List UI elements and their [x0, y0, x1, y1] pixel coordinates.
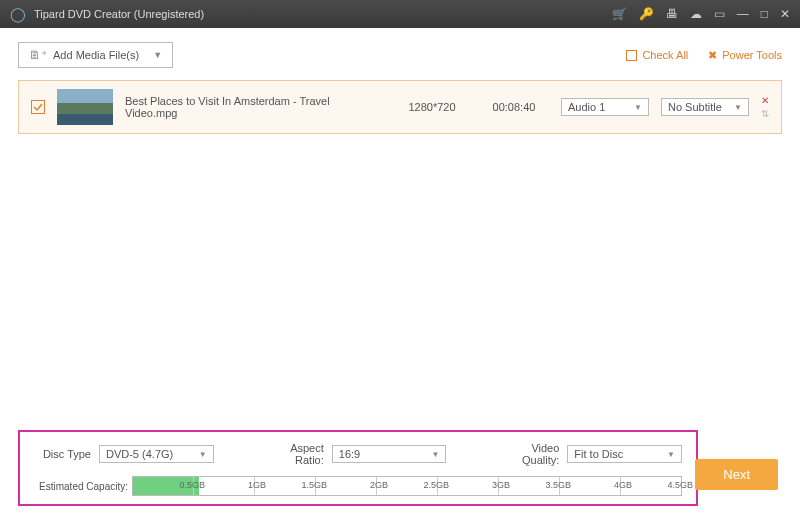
close-icon[interactable]: ✕: [780, 7, 790, 21]
chevron-down-icon: ▼: [432, 450, 440, 459]
next-button[interactable]: Next: [695, 459, 778, 490]
settings-row: Disc Type DVD-5 (4.7G) ▼ Aspect Ratio: 1…: [34, 442, 682, 466]
info-icon[interactable]: ☁: [690, 7, 702, 21]
aspect-ratio-select[interactable]: 16:9 ▼: [332, 445, 447, 463]
remove-icon[interactable]: ✕: [761, 95, 769, 106]
audio-track-select[interactable]: Audio 1 ▼: [561, 98, 649, 116]
check-all-label: Check All: [642, 49, 688, 61]
chevron-down-icon: ▼: [199, 450, 207, 459]
capacity-row: Estimated Capacity: 0.5GB 1GB 1.5GB 2GB …: [34, 476, 682, 496]
key-icon[interactable]: 🔑: [639, 7, 654, 21]
bottom-panel: Disc Type DVD-5 (4.7G) ▼ Aspect Ratio: 1…: [0, 430, 800, 514]
subtitle-value: No Subtitle: [668, 101, 722, 113]
main-area: 🗎⁺ Add Media File(s) ▼ Check All ✖ Power…: [0, 28, 800, 514]
add-media-label: Add Media File(s): [53, 49, 139, 61]
minimize-icon[interactable]: —: [737, 7, 749, 21]
disc-type-label: Disc Type: [34, 448, 91, 460]
maximize-icon[interactable]: □: [761, 7, 768, 21]
check-all-toggle[interactable]: Check All: [626, 49, 688, 61]
chevron-down-icon: ▼: [667, 450, 675, 459]
power-tools-label: Power Tools: [722, 49, 782, 61]
disc-type-value: DVD-5 (4.7G): [106, 448, 173, 460]
audio-value: Audio 1: [568, 101, 605, 113]
toolbar: 🗎⁺ Add Media File(s) ▼ Check All ✖ Power…: [18, 42, 782, 68]
tools-icon: ✖: [708, 49, 717, 62]
chevron-down-icon: ▼: [634, 103, 642, 112]
tick-label: 4.5GB: [667, 480, 693, 490]
quality-value: Fit to Disc: [574, 448, 623, 460]
window-title: Tipard DVD Creator (Unregistered): [34, 8, 612, 20]
video-thumbnail: [57, 89, 113, 125]
aspect-ratio-label: Aspect Ratio:: [262, 442, 324, 466]
row-checkbox[interactable]: [31, 100, 45, 114]
capacity-bar: 0.5GB 1GB 1.5GB 2GB 2.5GB 3GB 3.5GB 4GB …: [132, 476, 682, 496]
chevron-down-icon: ▼: [734, 103, 742, 112]
check-icon: [33, 102, 43, 112]
capacity-label: Estimated Capacity:: [34, 481, 128, 492]
subtitle-select[interactable]: No Subtitle ▼: [661, 98, 749, 116]
power-tools-button[interactable]: ✖ Power Tools: [708, 49, 782, 62]
file-resolution: 1280*720: [397, 101, 467, 113]
titlebar: ◯ Tipard DVD Creator (Unregistered) 🛒 🔑 …: [0, 0, 800, 28]
video-quality-label: Video Quality:: [494, 442, 559, 466]
file-name: Best Places to Visit In Amsterdam - Trav…: [125, 95, 385, 119]
capacity-ticks: 0.5GB 1GB 1.5GB 2GB 2.5GB 3GB 3.5GB 4GB …: [133, 477, 681, 495]
video-quality-select[interactable]: Fit to Disc ▼: [567, 445, 682, 463]
reorder-icon[interactable]: ⇅: [761, 108, 769, 119]
cart-icon[interactable]: 🛒: [612, 7, 627, 21]
app-logo-icon: ◯: [10, 6, 26, 22]
checkbox-icon: [626, 50, 637, 61]
menu-icon[interactable]: ▭: [714, 7, 725, 21]
aspect-value: 16:9: [339, 448, 360, 460]
add-icon: 🗎⁺: [29, 48, 47, 62]
row-actions: ✕ ⇅: [761, 95, 769, 119]
disc-type-select[interactable]: DVD-5 (4.7G) ▼: [99, 445, 214, 463]
add-media-button[interactable]: 🗎⁺ Add Media File(s) ▼: [18, 42, 173, 68]
titlebar-actions: 🛒 🔑 🖶 ☁ ▭ — □ ✕: [612, 7, 790, 21]
disc-settings-panel: Disc Type DVD-5 (4.7G) ▼ Aspect Ratio: 1…: [18, 430, 698, 506]
chevron-down-icon: ▼: [153, 50, 162, 60]
media-file-row[interactable]: Best Places to Visit In Amsterdam - Trav…: [18, 80, 782, 134]
print-icon[interactable]: 🖶: [666, 7, 678, 21]
file-duration: 00:08:40: [479, 101, 549, 113]
